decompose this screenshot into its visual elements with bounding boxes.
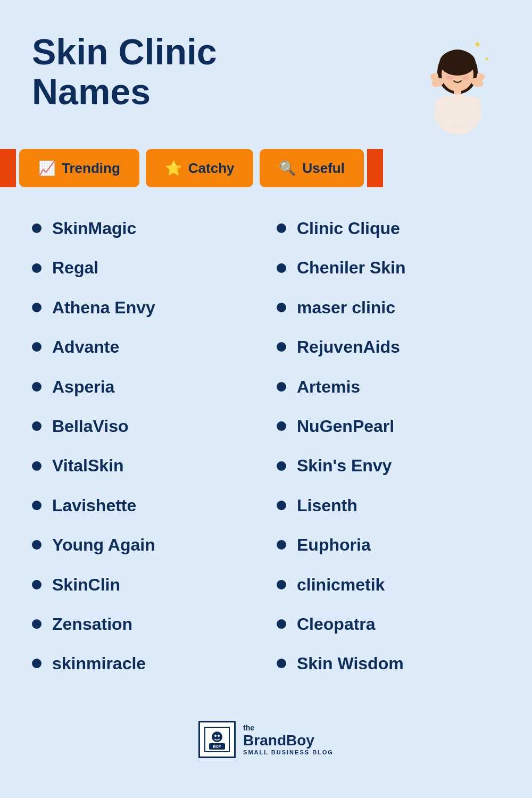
left-column: SkinMagic Regal Athena Envy Advante Aspe… (21, 209, 266, 684)
list-item: maser clinic (266, 288, 511, 327)
catchy-icon: ⭐ (165, 160, 182, 177)
page-title: Skin Clinic Names (32, 32, 340, 112)
svg-text:BOY: BOY (213, 745, 222, 749)
svg-point-6 (446, 76, 453, 80)
name-label: maser clinic (297, 297, 395, 318)
name-label: Euphoria (297, 535, 371, 555)
svg-point-19 (212, 732, 222, 742)
name-label: Advante (52, 337, 119, 357)
bullet-icon (277, 421, 286, 431)
logo-brand: BrandBoy (243, 732, 334, 749)
footer-logo: BOY the BrandBoy SMALL BUSINESS BLOG (198, 705, 334, 779)
bullet-icon (277, 461, 286, 471)
header-illustration: ✦ ✦ ✦ (415, 32, 500, 138)
list-item: VitalSkin (21, 446, 266, 485)
right-column: Clinic Clique Cheniler Skin maser clinic… (266, 209, 511, 684)
list-item: Skin's Envy (266, 446, 511, 485)
list-item: RejuvenAids (266, 327, 511, 367)
logo-text-group: the BrandBoy SMALL BUSINESS BLOG (243, 724, 334, 755)
svg-text:✦: ✦ (484, 55, 489, 63)
list-item: Skin Wisdom (266, 644, 511, 683)
bullet-icon (277, 382, 286, 392)
list-item: Cleopatra (266, 604, 511, 644)
bullet-icon (32, 659, 41, 668)
list-item: Clinic Clique (266, 209, 511, 248)
list-item: SkinMagic (21, 209, 266, 248)
name-label: SkinClin (52, 575, 120, 595)
name-label: Lisenth (297, 495, 358, 516)
bullet-icon (277, 223, 286, 233)
name-label: SkinMagic (52, 218, 136, 238)
bullet-icon (32, 580, 41, 589)
logo-sub: SMALL BUSINESS BLOG (243, 749, 334, 755)
name-label: Asperia (52, 377, 114, 397)
useful-icon: 🔍 (279, 160, 296, 177)
list-item: Asperia (21, 367, 266, 406)
svg-point-20 (214, 735, 217, 737)
bullet-icon (32, 540, 41, 550)
list-item: Young Again (21, 525, 266, 564)
bullet-icon (277, 580, 286, 589)
tab-catchy[interactable]: ⭐ Catchy (146, 149, 254, 187)
names-section: SkinMagic Regal Athena Envy Advante Aspe… (0, 209, 532, 705)
bullet-icon (32, 303, 41, 312)
logo-icon: BOY (198, 721, 236, 758)
list-item: skinmiracle (21, 644, 266, 683)
tab-accent-right (367, 149, 383, 187)
bullet-icon (277, 263, 286, 273)
name-label: clinicmetik (297, 575, 385, 595)
list-item: clinicmetik (266, 565, 511, 604)
name-label: NuGenPearl (297, 416, 394, 436)
bullet-icon (277, 342, 286, 352)
name-label: Skin's Envy (297, 455, 392, 476)
name-label: Artemis (297, 377, 360, 397)
svg-text:✦: ✦ (473, 39, 481, 50)
trending-icon: 📈 (38, 160, 55, 177)
bullet-icon (277, 303, 286, 312)
name-label: VitalSkin (52, 455, 124, 476)
name-label: Cleopatra (297, 614, 376, 634)
name-label: Clinic Clique (297, 218, 400, 238)
name-label: Skin Wisdom (297, 653, 404, 674)
header-section: Skin Clinic Names ✦ ✦ ✦ (0, 0, 532, 149)
list-item: SkinClin (21, 565, 266, 604)
list-item: Athena Envy (21, 288, 266, 327)
list-item: Euphoria (266, 525, 511, 564)
bullet-icon (32, 421, 41, 431)
list-item: Advante (21, 327, 266, 367)
name-label: RejuvenAids (297, 337, 400, 357)
bullet-icon (32, 461, 41, 471)
name-label: BellaViso (52, 416, 128, 436)
bullet-icon (277, 619, 286, 629)
svg-point-21 (218, 735, 220, 737)
bullet-icon (32, 501, 41, 510)
name-label: Lavishette (52, 495, 136, 516)
list-item: Lisenth (266, 486, 511, 525)
bullet-icon (277, 501, 286, 510)
list-item: Zensation (21, 604, 266, 644)
tab-useful-label: Useful (302, 160, 344, 177)
name-label: Athena Envy (52, 297, 155, 318)
bullet-icon (277, 659, 286, 668)
list-item: Regal (21, 248, 266, 287)
tab-accent-left (0, 149, 16, 187)
list-item: Lavishette (21, 486, 266, 525)
bullet-icon (32, 223, 41, 233)
name-label: Regal (52, 257, 98, 278)
bullet-icon (32, 619, 41, 629)
bullet-icon (32, 382, 41, 392)
list-item: Cheniler Skin (266, 248, 511, 287)
bullet-icon (277, 540, 286, 550)
svg-point-7 (462, 76, 469, 80)
name-label: Zensation (52, 614, 132, 634)
tab-useful[interactable]: 🔍 Useful (260, 149, 363, 187)
list-item: Artemis (266, 367, 511, 406)
name-label: Young Again (52, 535, 155, 555)
list-item: NuGenPearl (266, 406, 511, 446)
svg-line-16 (480, 74, 481, 78)
svg-line-17 (478, 74, 479, 78)
tab-trending-label: Trending (62, 160, 120, 177)
svg-point-5 (439, 50, 476, 76)
tab-catchy-label: Catchy (188, 160, 235, 177)
tab-trending[interactable]: 📈 Trending (19, 149, 139, 187)
